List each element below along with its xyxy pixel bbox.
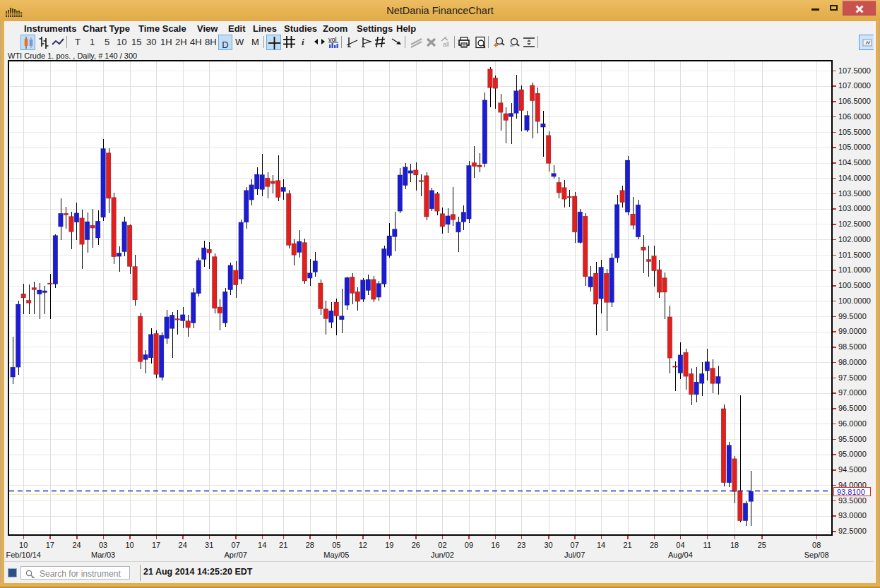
svg-text:vol: vol xyxy=(328,36,337,43)
svg-text:all: all xyxy=(443,41,449,48)
